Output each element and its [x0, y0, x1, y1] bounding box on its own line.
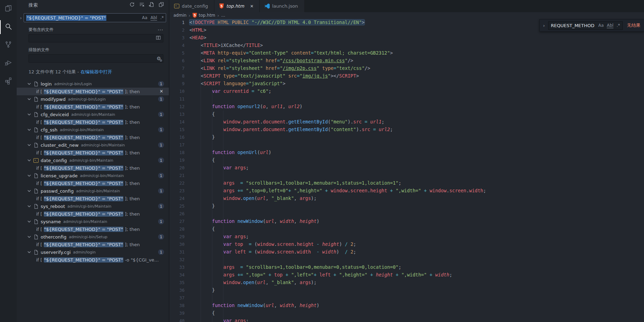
result-file-row[interactable]: cluster_edit_newadmin/cgi-bin/Maintain1	[17, 141, 169, 149]
line-number[interactable]: 38	[169, 302, 185, 309]
chevron-down-icon[interactable]	[26, 188, 32, 194]
line-number[interactable]: 25	[169, 202, 185, 210]
activity-extensions[interactable]	[0, 72, 17, 90]
result-match-row[interactable]: if [ "${REQUEST_METHOD}" = "POST" ]; the…	[17, 179, 169, 187]
exclude-settings-gear-icon[interactable]: ⚙	[156, 56, 161, 61]
result-match-row[interactable]: if [ "${REQUEST_METHOD}" = "POST" ]; the…	[17, 210, 169, 218]
toggle-replace-chevron-icon[interactable]: ›	[18, 15, 24, 21]
line-number[interactable]: 9	[169, 80, 185, 88]
line-number[interactable]: 37	[169, 294, 185, 302]
result-match-row[interactable]: if [ "${REQUEST_METHOD}" = "POST" ]; the…	[17, 149, 169, 156]
clear-results-icon[interactable]	[139, 2, 145, 9]
chevron-down-icon[interactable]	[26, 173, 32, 178]
result-file-row[interactable]: sys_rebootadmin/cgi-bin/Maintain1	[17, 202, 169, 210]
line-number[interactable]: 6	[169, 57, 185, 65]
line-number[interactable]: 19	[169, 156, 185, 164]
line-number[interactable]: 36	[169, 287, 185, 294]
line-number[interactable]: 32	[169, 256, 185, 264]
line-number[interactable]: 2	[169, 26, 185, 34]
search-input[interactable]: "${REQUEST_METHOD}" = "POST" Aa Abl .*	[24, 13, 166, 22]
result-match-row[interactable]: if [ "${REQUEST_METHOD}" = "POST" -o "${…	[17, 256, 169, 264]
line-number[interactable]: 21	[169, 172, 185, 179]
line-number[interactable]: 35	[169, 279, 185, 287]
result-file-row[interactable]: passwd_configadmin/cgi-bin/Maintain1	[17, 187, 169, 195]
line-number[interactable]: 4	[169, 42, 185, 49]
whole-word-icon[interactable]: Abl	[150, 15, 157, 21]
find-match-case-icon[interactable]: Aa	[598, 23, 604, 28]
line-number[interactable]: 12	[169, 103, 185, 111]
line-number[interactable]: 22	[169, 179, 185, 187]
chevron-down-icon[interactable]	[26, 142, 32, 148]
line-number[interactable]: 31	[169, 248, 185, 256]
close-icon[interactable]: ✕	[250, 4, 253, 9]
breadcrumb-item-symbol[interactable]: ...	[221, 13, 225, 18]
files-include-input[interactable]	[28, 34, 163, 42]
chevron-down-icon[interactable]	[26, 249, 32, 255]
line-number[interactable]: 40	[169, 317, 185, 322]
find-input[interactable]: REQUEST_METHOD Aa Abl .*	[548, 21, 623, 30]
line-number[interactable]: 23	[169, 187, 185, 195]
result-file-row[interactable]: cfg_sshadmin/cgi-bin/Maintain1	[17, 126, 169, 134]
files-exclude-input[interactable]: ⚙	[28, 54, 163, 63]
chevron-down-icon[interactable]	[26, 203, 32, 209]
result-file-row[interactable]: license_upgradeadmin/cgi-bin/Maintain1	[17, 172, 169, 179]
line-number[interactable]: 24	[169, 195, 185, 202]
line-number[interactable]: 29	[169, 233, 185, 241]
line-number[interactable]: 15	[169, 126, 185, 134]
find-whole-word-icon[interactable]: Abl	[607, 23, 613, 28]
result-file-row[interactable]: cfg_deviceidadmin/cgi-bin/Maintain1	[17, 111, 169, 118]
activity-source-control[interactable]	[0, 36, 17, 54]
result-match-row[interactable]: if [ "${REQUEST_METHOD}" = "POST" ]; the…	[17, 88, 169, 95]
result-match-row[interactable]: if [ "${REQUEST_METHOD}" = "POST" ]; the…	[17, 195, 169, 202]
refresh-icon[interactable]	[129, 2, 135, 9]
line-number[interactable]: 18	[169, 149, 185, 156]
line-number[interactable]: 27	[169, 218, 185, 225]
line-number[interactable]: 17	[169, 141, 185, 149]
result-match-row[interactable]: if [ "${REQUEST_METHOD}" = "POST" ]; the…	[17, 134, 169, 141]
line-number[interactable]: 13	[169, 111, 185, 118]
chevron-down-icon[interactable]	[26, 112, 32, 117]
tab-date_config[interactable]: >_date_config	[169, 0, 214, 12]
find-toggle-replace-icon[interactable]: ›	[541, 23, 547, 28]
result-match-row[interactable]: if [ "${REQUEST_METHOD}" = "POST" ]; the…	[17, 103, 169, 111]
line-number[interactable]: 5	[169, 49, 185, 57]
line-number[interactable]: 39	[169, 309, 185, 317]
open-editors-book-icon[interactable]	[156, 35, 161, 42]
new-search-editor-icon[interactable]	[149, 2, 154, 9]
result-file-row[interactable]: userverify.cgiadmin/login1	[17, 248, 169, 256]
breadcrumb-item-admin[interactable]: admin	[173, 13, 187, 18]
result-file-row[interactable]: sysnameadmin/cgi-bin/Maintain1	[17, 218, 169, 225]
chevron-down-icon[interactable]	[26, 219, 32, 224]
open-in-editor-link[interactable]: 在编辑器中打开	[80, 69, 112, 74]
line-number[interactable]: 20	[169, 164, 185, 172]
line-number[interactable]: 8	[169, 72, 185, 80]
activity-search[interactable]	[0, 18, 17, 36]
activity-run-debug[interactable]	[0, 54, 17, 72]
line-number[interactable]: 26	[169, 210, 185, 218]
match-case-icon[interactable]: Aa	[142, 15, 147, 20]
tab-launch.json[interactable]: launch.json	[260, 0, 305, 12]
chevron-down-icon[interactable]	[26, 81, 32, 87]
find-regex-icon[interactable]: .*	[617, 23, 620, 28]
result-match-row[interactable]: if [ "${REQUEST_METHOD}" = "POST" ]; the…	[17, 241, 169, 248]
line-number[interactable]: 7	[169, 65, 185, 72]
line-number[interactable]: 1	[169, 19, 185, 26]
chevron-down-icon[interactable]	[26, 158, 32, 163]
line-number[interactable]: 30	[169, 241, 185, 248]
result-match-row[interactable]: if [ "${REQUEST_METHOD}" = "POST" ]; the…	[17, 164, 169, 172]
line-number[interactable]: 3	[169, 34, 185, 42]
activity-explorer[interactable]	[0, 0, 17, 18]
chevron-down-icon[interactable]	[26, 234, 32, 240]
dismiss-match-icon[interactable]: ✕	[160, 89, 163, 94]
result-file-row[interactable]: loginadmin/cgi-bin/Login1	[17, 80, 169, 88]
result-file-row[interactable]: >_date_configadmin/cgi-bin/Maintain1	[17, 156, 169, 164]
chevron-down-icon[interactable]	[26, 127, 32, 132]
line-number[interactable]: 14	[169, 118, 185, 126]
toggle-search-details-icon[interactable]: ···	[158, 29, 163, 31]
line-number[interactable]: 10	[169, 88, 185, 95]
chevron-down-icon[interactable]	[26, 96, 32, 102]
result-match-row[interactable]: if [ "${REQUEST_METHOD}" = "POST" ]; the…	[17, 225, 169, 233]
line-number[interactable]: 33	[169, 264, 185, 271]
line-number[interactable]: 28	[169, 225, 185, 233]
line-number[interactable]: 11	[169, 95, 185, 103]
